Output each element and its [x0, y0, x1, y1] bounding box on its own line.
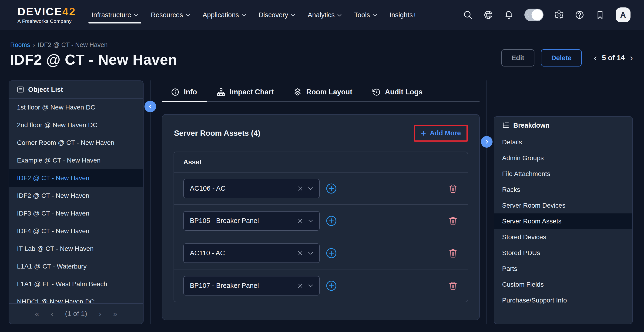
object-list-item-label: NHDC1 @ New Haven DC — [17, 298, 94, 303]
bookmark-icon[interactable] — [595, 10, 605, 20]
pager-next-icon[interactable]: › — [630, 53, 633, 62]
edit-button[interactable]: Edit — [502, 49, 535, 66]
breakdown-item[interactable]: Stored PDUs — [494, 245, 632, 261]
asset-select[interactable]: AC106 - AC — [183, 179, 320, 198]
plus-icon: + — [421, 129, 426, 138]
chevron-down-icon[interactable] — [308, 284, 313, 287]
object-list-item[interactable]: L1A1 @ FL - West Palm Beach — [9, 275, 143, 293]
search-icon[interactable] — [463, 10, 473, 20]
breakdown-item[interactable]: Details — [494, 134, 632, 150]
chevron-down-icon[interactable] — [308, 187, 313, 190]
x-glyph — [297, 283, 304, 289]
add-asset-icon[interactable] — [326, 183, 337, 194]
menu-item[interactable]: Infrastructure — [85, 0, 144, 30]
pagination-prev-icon[interactable]: ‹ — [51, 310, 53, 318]
globe-icon[interactable] — [484, 10, 493, 20]
clear-selection-icon[interactable] — [297, 185, 304, 192]
clear-selection-icon[interactable] — [297, 250, 304, 257]
device42-logo[interactable]: DEVICE42 A Freshworks Company — [18, 6, 76, 24]
delete-row-trash-icon[interactable] — [448, 216, 458, 226]
asset-select-value: AC110 - AC — [190, 249, 225, 257]
globe-glyph — [484, 10, 493, 20]
add-asset-icon[interactable] — [326, 280, 337, 291]
object-list-item[interactable]: IDF3 @ CT - New Haven — [9, 205, 143, 222]
collapse-left-panel-button[interactable] — [144, 101, 156, 112]
object-list-item[interactable]: 1st floor @ New Haven DC — [9, 99, 143, 116]
breakdown-item[interactable]: Stored Devices — [494, 229, 632, 245]
search-glyph — [463, 10, 473, 20]
asset-row: AC110 - AC — [174, 237, 468, 270]
notifications-bell-icon[interactable] — [504, 10, 514, 20]
chevron-glyph — [308, 219, 313, 223]
delete-row-trash-icon[interactable] — [448, 280, 458, 291]
add-more-button[interactable]: + Add More — [414, 125, 468, 142]
delete-row-trash-icon[interactable] — [448, 183, 458, 194]
pagination-first-icon[interactable]: « — [35, 310, 39, 318]
pager-prev-icon[interactable]: ‹ — [594, 53, 597, 62]
pagination-last-icon[interactable]: » — [113, 310, 118, 318]
object-list-item[interactable]: L1A1 @ CT - Waterbury — [9, 258, 143, 275]
asset-select-value: BP105 - Breaker Panel — [190, 217, 259, 225]
history-icon — [372, 88, 381, 96]
breakdown-item[interactable]: Custom Fields — [494, 277, 632, 293]
menu-item[interactable]: Analytics — [301, 0, 348, 30]
sitemap-icon — [216, 88, 226, 96]
object-list-item[interactable]: IDF4 @ CT - New Haven — [9, 222, 143, 240]
asset-select[interactable]: BP105 - Breaker Panel — [183, 211, 320, 231]
tab-impact-chart[interactable]: Impact Chart — [207, 82, 284, 102]
asset-select[interactable]: AC110 - AC — [183, 243, 320, 263]
breakdown-item[interactable]: Server Room Devices — [494, 198, 632, 213]
breadcrumb-separator: › — [33, 41, 35, 49]
chevron-down-icon[interactable] — [308, 252, 313, 255]
delete-row-trash-icon[interactable] — [448, 248, 458, 259]
breakdown-item[interactable]: Parts — [494, 261, 632, 277]
breakdown-item[interactable]: Server Room Assets — [494, 213, 632, 229]
layers-icon — [293, 88, 302, 96]
breakdown-item[interactable]: Admin Groups — [494, 150, 632, 166]
clear-selection-icon[interactable] — [297, 218, 304, 224]
add-asset-icon[interactable] — [326, 215, 337, 226]
tab-room-layout[interactable]: Room Layout — [284, 82, 362, 102]
delete-button[interactable]: Delete — [541, 49, 582, 66]
tab-info[interactable]: Info — [162, 82, 207, 102]
theme-toggle[interactable] — [524, 8, 544, 21]
breakdown-item-label: Purchase/Support Info — [502, 297, 567, 304]
clear-selection-icon[interactable] — [297, 283, 304, 289]
user-avatar[interactable]: A — [616, 7, 630, 22]
breakdown-item[interactable]: Purchase/Support Info — [494, 293, 632, 308]
settings-gear-icon[interactable] — [554, 10, 564, 20]
object-list-item[interactable]: NHDC1 @ New Haven DC — [9, 293, 143, 303]
tab-audit-logs[interactable]: Audit Logs — [362, 82, 432, 102]
object-list-item[interactable]: Example @ CT - New Haven — [9, 152, 143, 169]
menu-item[interactable]: Tools — [348, 0, 383, 30]
asset-select[interactable]: BP107 - Breaker Panel — [183, 276, 320, 296]
breakdown-items: Details Admin Groups File Attachments Ra… — [494, 134, 632, 324]
tab-label: Impact Chart — [230, 88, 274, 96]
menu-item[interactable]: Resources — [144, 0, 196, 30]
breakdown-item[interactable]: Racks — [494, 182, 632, 198]
menu-item[interactable]: Discovery — [252, 0, 301, 30]
plus-circle-glyph — [326, 248, 337, 259]
pagination-next-icon[interactable]: › — [99, 310, 102, 318]
breakdown-header: Breakdown — [494, 117, 632, 134]
record-pager: ‹ 5 of 14 › — [594, 53, 633, 62]
object-list-item[interactable]: IDF2 @ CT - New Haven — [9, 169, 143, 187]
object-list-item[interactable]: IT Lab @ CT - New Haven — [9, 240, 143, 258]
help-icon[interactable] — [575, 10, 584, 20]
menu-item[interactable]: Insights+ — [383, 0, 423, 30]
breadcrumb-rooms-link[interactable]: Rooms — [10, 41, 30, 49]
chevron-down-icon — [337, 14, 342, 17]
object-list-item[interactable]: 2nd floor @ New Haven DC — [9, 116, 143, 134]
breadcrumb-current: IDF2 @ CT - New Haven — [38, 41, 108, 49]
breakdown-item[interactable]: File Attachments — [494, 166, 632, 182]
pagination-label: (1 of 1) — [65, 310, 87, 318]
object-list-item[interactable]: Corner Room @ CT - New Haven — [9, 134, 143, 152]
menu-item[interactable]: Applications — [196, 0, 252, 30]
x-glyph — [297, 250, 304, 257]
object-list-item-label: 1st floor @ New Haven DC — [17, 104, 96, 111]
object-list-item[interactable]: IDF2 @ CT - New Haven — [9, 187, 143, 205]
object-list-title: Object List — [28, 86, 63, 93]
add-asset-icon[interactable] — [326, 248, 337, 259]
chevron-down-icon[interactable] — [308, 219, 313, 223]
expand-right-panel-button[interactable] — [481, 136, 492, 148]
